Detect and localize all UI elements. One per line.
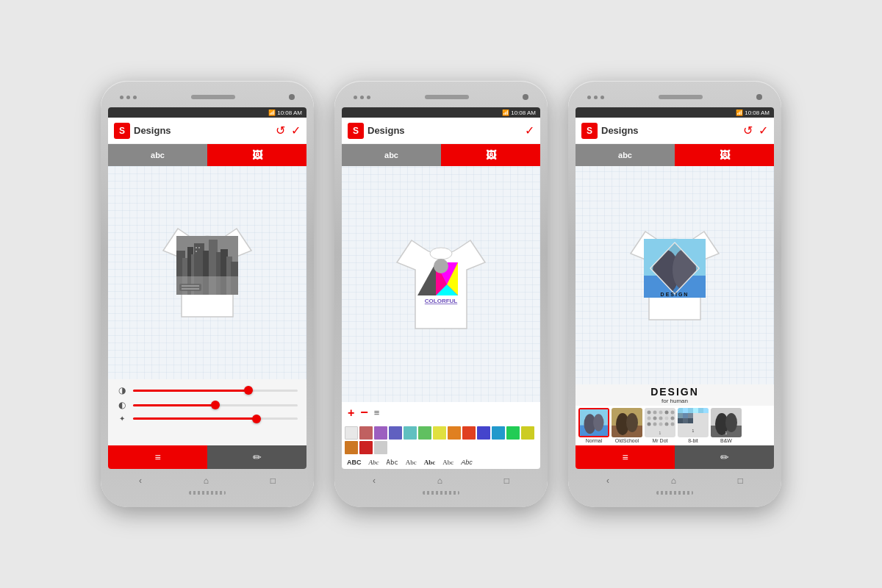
svg-point-53 xyxy=(653,411,657,415)
svg-point-64 xyxy=(659,423,663,426)
svg-rect-79 xyxy=(683,418,688,423)
filter-mrdot-label: Mr Dot xyxy=(653,438,668,443)
phone-nav-3: ‹ ⌂ □ xyxy=(576,469,774,490)
filter-8bit[interactable]: 1 8-bit xyxy=(678,408,709,443)
color-swatch-9[interactable] xyxy=(477,426,490,440)
check-icon-2[interactable]: ✓ xyxy=(525,123,534,137)
canvas-2[interactable]: S xyxy=(342,166,540,402)
tab-bar-3: abc 🖼 xyxy=(576,144,774,166)
svg-rect-69 xyxy=(678,408,683,413)
check-icon-3[interactable]: ✓ xyxy=(759,123,768,137)
color-swatch-5[interactable] xyxy=(418,426,431,440)
camera-2 xyxy=(523,94,528,100)
tshirt-1: S xyxy=(148,214,266,331)
phone-top-2 xyxy=(342,91,540,107)
home-button-1[interactable]: ⌂ xyxy=(204,476,209,486)
svg-text:1: 1 xyxy=(659,431,662,435)
add-text-button[interactable]: + xyxy=(348,406,354,420)
remove-text-button[interactable]: − xyxy=(360,405,368,420)
undo-icon-3[interactable]: ↺ xyxy=(743,123,753,137)
back-button-1[interactable]: ‹ xyxy=(139,476,142,486)
tshirt-design-1 xyxy=(176,236,238,295)
svg-rect-72 xyxy=(693,408,698,413)
color-swatch-3[interactable] xyxy=(389,426,402,440)
saturation-track[interactable] xyxy=(133,417,298,420)
filter-bw[interactable]: 1 B&W xyxy=(711,408,742,443)
menu-button-2[interactable]: □ xyxy=(504,476,509,486)
menu-button-1[interactable]: □ xyxy=(270,476,276,486)
back-button-3[interactable]: ‹ xyxy=(606,476,609,486)
align-button[interactable]: ≡ xyxy=(374,407,380,418)
color-swatch-4[interactable] xyxy=(404,426,417,440)
camera-3 xyxy=(756,94,762,100)
app-bar-1: S Designs ↺ ✓ xyxy=(108,118,306,144)
speaker-top-3 xyxy=(659,95,703,99)
filter-oldschool[interactable]: OldSchool xyxy=(612,408,642,443)
bottom-toolbar-1: ≡ ✏ xyxy=(108,445,306,469)
canvas-3[interactable]: S xyxy=(576,166,774,384)
color-swatch-1[interactable] xyxy=(359,426,373,440)
text-actions-bar: + − ≡ xyxy=(342,402,540,423)
color-swatch-6[interactable] xyxy=(433,426,446,440)
design-sub-text: for human xyxy=(581,398,768,404)
font-4[interactable]: Abc xyxy=(404,458,419,467)
phone-dots-3 xyxy=(587,96,604,99)
brightness-track[interactable] xyxy=(133,390,298,392)
tab-text-2[interactable]: abc xyxy=(342,144,441,166)
sliders-button-3[interactable]: ≡ xyxy=(576,445,675,469)
color-swatch-14[interactable] xyxy=(359,441,373,454)
speaker-bottom-2 xyxy=(342,490,540,495)
svg-point-56 xyxy=(671,411,675,415)
font-5[interactable]: Abc xyxy=(422,458,438,467)
color-swatch-12[interactable] xyxy=(521,426,534,440)
svg-rect-80 xyxy=(688,418,693,423)
undo-icon-1[interactable]: ↺ xyxy=(276,123,285,137)
color-swatch-0[interactable] xyxy=(345,426,358,440)
tab-image-3[interactable]: 🖼 xyxy=(675,144,774,166)
filter-oldschool-label: OldSchool xyxy=(615,438,639,443)
menu-button-3[interactable]: □ xyxy=(738,476,743,486)
font-6[interactable]: Abc xyxy=(440,458,456,467)
svg-text:1: 1 xyxy=(692,429,695,433)
contrast-track[interactable] xyxy=(133,404,298,406)
tshirt-2: S xyxy=(382,226,500,343)
filter-bw-label: B&W xyxy=(720,438,732,443)
phone-dots-2 xyxy=(354,96,370,99)
screen-3: 📶 10:08 AM S Designs ↺ ✓ abc 🖼 xyxy=(576,107,774,469)
canvas-1[interactable]: S xyxy=(108,166,306,379)
color-swatch-2[interactable] xyxy=(374,426,387,440)
color-swatch-15[interactable] xyxy=(374,441,387,454)
controls-area-1: ◑ ◐ ✦ xyxy=(108,379,306,445)
color-swatch-8[interactable] xyxy=(462,426,476,440)
font-2[interactable]: Abc xyxy=(367,458,381,467)
font-1[interactable]: ABC xyxy=(345,458,364,467)
font-row: ABC Abc Abc Abc Abc Abc Abc xyxy=(342,456,540,469)
tab-image-2[interactable]: 🖼 xyxy=(441,144,540,166)
status-bar-2: 📶 10:08 AM xyxy=(342,107,540,118)
screen-2: 📶 10:08 AM S Designs ✓ abc 🖼 xyxy=(342,107,540,469)
filter-mrdot[interactable]: 1 Mr Dot xyxy=(645,408,675,443)
phone-nav-2: ‹ ⌂ □ xyxy=(342,469,540,490)
home-button-2[interactable]: ⌂ xyxy=(437,476,442,486)
color-swatch-13[interactable] xyxy=(345,441,358,454)
filter-8bit-label: 8-bit xyxy=(688,438,698,443)
tab-image-1[interactable]: 🖼 xyxy=(207,144,306,166)
color-swatch-11[interactable] xyxy=(506,426,520,440)
font-7[interactable]: Abc xyxy=(459,458,475,467)
svg-point-58 xyxy=(653,417,657,420)
sliders-button-1[interactable]: ≡ xyxy=(108,445,207,469)
tab-text-1[interactable]: abc xyxy=(108,144,207,166)
draw-button-1[interactable]: ✏ xyxy=(207,445,306,469)
home-button-3[interactable]: ⌂ xyxy=(671,476,676,486)
filter-normal[interactable]: Normal xyxy=(578,408,609,443)
check-icon-1[interactable]: ✓ xyxy=(291,123,301,137)
back-button-2[interactable]: ‹ xyxy=(373,476,376,486)
status-bar-1: 📶 10:08 AM xyxy=(108,107,306,118)
font-3[interactable]: Abc xyxy=(384,458,401,467)
tab-text-3[interactable]: abc xyxy=(576,144,675,166)
draw-button-3[interactable]: ✏ xyxy=(675,445,774,469)
color-swatch-10[interactable] xyxy=(492,426,505,440)
svg-point-55 xyxy=(665,411,669,415)
svg-text:DESIGN: DESIGN xyxy=(661,292,689,297)
color-swatch-7[interactable] xyxy=(448,426,461,440)
